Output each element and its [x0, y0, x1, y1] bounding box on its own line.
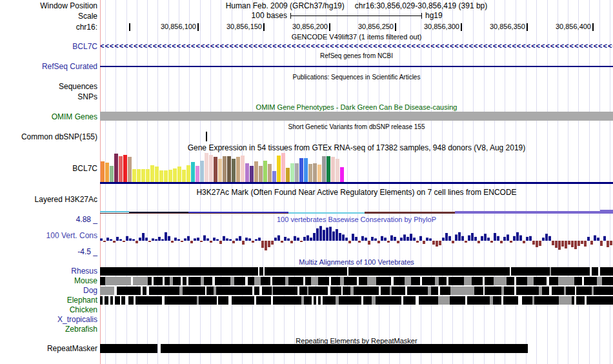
- h3k27ac-segment[interactable]: [100, 211, 129, 212]
- refseq-track-label[interactable]: RefSeq Curated: [0, 62, 97, 71]
- gtex-bar[interactable]: [286, 168, 290, 182]
- gencode-gene-model[interactable]: <<<<<<<<<<<<<<<<<<<<<<<<<<<<<<<<<<<<<<<<…: [100, 42, 613, 50]
- h3k27ac-segment[interactable]: [288, 212, 365, 214]
- h3k27ac-segment[interactable]: [129, 212, 188, 213]
- gtex-bar[interactable]: [137, 169, 141, 182]
- gtex-barchart[interactable]: [101, 152, 613, 182]
- species-label-elephant[interactable]: Elephant: [0, 296, 97, 305]
- sequences-track-label[interactable]: Sequences: [0, 82, 97, 91]
- gtex-bar[interactable]: [205, 153, 208, 182]
- ruler-tick[interactable]: [395, 23, 396, 31]
- gtex-bar[interactable]: [304, 158, 308, 182]
- gtex-bar[interactable]: [290, 163, 294, 182]
- gtex-bar[interactable]: [191, 162, 195, 182]
- gtex-bar[interactable]: [281, 153, 285, 182]
- gtex-bar[interactable]: [101, 161, 105, 182]
- omim-track-label[interactable]: OMIM Genes: [0, 112, 97, 121]
- h3k27ac-track-label[interactable]: Layered H3K27Ac: [0, 195, 97, 204]
- gtex-bar[interactable]: [331, 157, 335, 182]
- gtex-bar[interactable]: [218, 159, 222, 182]
- species-label-mouse[interactable]: Mouse: [0, 276, 97, 285]
- gtex-bar[interactable]: [340, 167, 344, 182]
- alignment-row-dog[interactable]: [100, 287, 613, 295]
- h3k27ac-segment[interactable]: [455, 211, 613, 214]
- gtex-bar[interactable]: [114, 154, 118, 182]
- gtex-bar[interactable]: [209, 155, 213, 182]
- gtex-bar[interactable]: [155, 167, 159, 182]
- gtex-bar[interactable]: [259, 166, 263, 182]
- gtex-bar[interactable]: [236, 157, 240, 182]
- alignment-row-rhesus[interactable]: [100, 267, 613, 276]
- h3k27ac-segment[interactable]: [600, 210, 613, 214]
- conservation-bar: [452, 241, 454, 243]
- dbsnp-track-label[interactable]: Common dbSNP(155): [0, 132, 97, 141]
- gtex-bar[interactable]: [232, 159, 236, 182]
- gtex-bar[interactable]: [110, 166, 114, 182]
- gtex-bar[interactable]: [313, 163, 317, 182]
- gtex-bar[interactable]: [214, 157, 217, 182]
- gtex-bar[interactable]: [263, 161, 267, 182]
- gtex-gene-model-line[interactable]: [100, 182, 613, 184]
- gtex-bar[interactable]: [119, 156, 123, 182]
- gtex-bar[interactable]: [141, 169, 145, 182]
- species-label-x_tropicalis[interactable]: X_tropicalis: [0, 315, 97, 324]
- h3k27ac-segment[interactable]: [188, 212, 288, 213]
- alignment-row-elephant[interactable]: [100, 296, 613, 305]
- gtex-bar[interactable]: [317, 165, 321, 182]
- gtex-bar[interactable]: [164, 170, 168, 182]
- gtex-bar[interactable]: [336, 159, 339, 182]
- species-label-rhesus[interactable]: Rhesus: [0, 267, 97, 276]
- ruler-tick[interactable]: [263, 23, 265, 31]
- gtex-bar[interactable]: [223, 156, 226, 182]
- gtex-bar[interactable]: [299, 158, 303, 182]
- gtex-bar[interactable]: [177, 167, 181, 182]
- species-label-dog[interactable]: Dog: [0, 286, 97, 295]
- gtex-bar[interactable]: [196, 166, 199, 182]
- gtex-bar[interactable]: [254, 161, 258, 182]
- ruler-tick[interactable]: [592, 23, 594, 31]
- species-label-zebrafish[interactable]: Zebrafish: [0, 325, 97, 334]
- gtex-bar[interactable]: [200, 161, 204, 182]
- gtex-bar[interactable]: [295, 163, 299, 182]
- gtex-bar[interactable]: [250, 166, 254, 182]
- h3k27ac-segment[interactable]: [365, 212, 455, 213]
- gtex-bar[interactable]: [308, 164, 312, 182]
- gtex-bar[interactable]: [245, 163, 249, 182]
- repeatmasker-track-label[interactable]: RepeatMasker: [0, 344, 97, 353]
- repeatmasker-bar[interactable]: [100, 344, 157, 353]
- gtex-bar[interactable]: [159, 170, 163, 182]
- gtex-bar[interactable]: [182, 170, 186, 182]
- gtex-bar[interactable]: [128, 157, 132, 182]
- ruler-tick[interactable]: [527, 23, 528, 31]
- dbsnp-variant-tick[interactable]: [206, 132, 207, 141]
- gtex-bar[interactable]: [150, 165, 154, 182]
- snps-track-label[interactable]: SNPs: [0, 92, 97, 101]
- gtex-bar[interactable]: [268, 164, 272, 182]
- refseq-gene-line[interactable]: [100, 66, 613, 67]
- gtex-bar[interactable]: [123, 155, 127, 182]
- gencode-gene-label[interactable]: BCL7C: [0, 42, 97, 51]
- ruler-tick[interactable]: [461, 23, 462, 31]
- ruler-tick[interactable]: [129, 23, 130, 31]
- gtex-gene-label[interactable]: BCL7C: [0, 164, 97, 173]
- conservation-track-label[interactable]: 100 Vert. Cons: [0, 231, 97, 240]
- gtex-bar[interactable]: [105, 163, 109, 182]
- gtex-bar[interactable]: [277, 156, 281, 182]
- gtex-bar[interactable]: [186, 165, 190, 182]
- gtex-bar[interactable]: [241, 156, 245, 182]
- gtex-bar[interactable]: [132, 169, 136, 182]
- gtex-bar[interactable]: [227, 156, 231, 182]
- species-label-chicken[interactable]: Chicken: [0, 305, 97, 314]
- gtex-bar[interactable]: [168, 170, 172, 182]
- repeatmasker-bar[interactable]: [161, 344, 528, 353]
- gtex-bar[interactable]: [272, 171, 276, 182]
- ruler-tick[interactable]: [197, 23, 199, 31]
- conservation-wiggle[interactable]: [100, 225, 613, 256]
- ruler-tick[interactable]: [329, 23, 330, 31]
- gtex-bar[interactable]: [173, 168, 177, 182]
- alignment-row-mouse[interactable]: [100, 277, 613, 285]
- gtex-bar[interactable]: [327, 156, 330, 182]
- gtex-bar[interactable]: [322, 156, 326, 182]
- omim-gene-bar[interactable]: [100, 112, 613, 121]
- gtex-bar[interactable]: [146, 169, 150, 182]
